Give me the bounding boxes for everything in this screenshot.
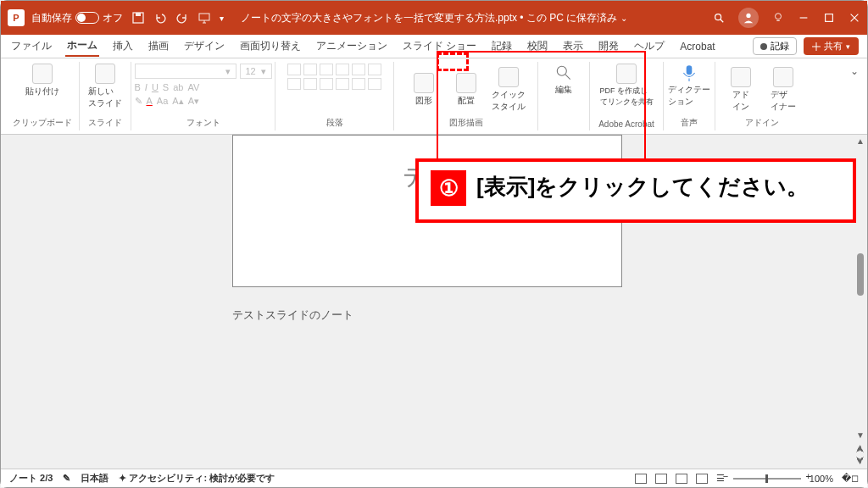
group-acrobat: PDF を作成し てリンクを共有 Adobe Acrobat [590,62,664,130]
new-slide-icon [95,64,115,84]
pdf-create-button[interactable]: PDF を作成し てリンクを共有 [597,64,656,108]
tab-view[interactable]: 表示 [561,36,585,56]
designer-icon [773,67,793,87]
next-slide-icon[interactable]: ⮟ [856,456,865,465]
title-dropdown-icon[interactable]: ⌄ [620,14,627,23]
find-icon [554,64,573,82]
quick-access-toolbar: ▾ [131,11,224,25]
font-family-select[interactable]: ▾ [135,64,236,79]
normal-view-icon[interactable] [635,474,647,484]
font-size-select[interactable]: 12▾ [240,64,272,79]
tab-insert[interactable]: 挿入 [111,36,135,56]
scroll-thumb[interactable] [857,253,864,296]
svg-line-4 [721,19,724,23]
arrange-button[interactable]: 配置 [448,73,485,107]
tab-design[interactable]: デザイン [182,36,226,56]
svg-point-5 [746,14,750,18]
italic-button[interactable]: I [145,82,147,92]
tab-record[interactable]: 記録 [490,36,514,56]
shapes-icon [414,73,434,93]
dictation-button[interactable]: ディクテー ション [670,64,708,108]
callout-text: [表示]をクリックしてください。 [476,170,809,203]
group-editing: 編集 [538,62,590,130]
svg-rect-1 [136,13,141,16]
accessibility-indicator[interactable]: ✦ アクセシビリティ: 検討が必要です [119,472,275,485]
highlight-button[interactable]: ✎ [135,96,142,107]
ribbon: 貼り付け クリップボード 新しい スライド スライド ▾ 12▾ B I U [1,58,867,135]
zoom-level[interactable]: 100% [810,474,833,484]
group-drawing: 図形 配置 クイック スタイル 図形描画 [394,62,538,130]
tab-file[interactable]: ファイル [9,36,53,56]
char-spacing-button[interactable]: AV [187,82,199,92]
group-addins: アド イン デザ イナー アドイン [715,62,809,130]
ribbon-tabs: ファイル ホーム 挿入 描画 デザイン 画面切り替え アニメーション スライド … [1,35,867,58]
toggle-icon [75,12,99,24]
document-title: ノートの文字の大きさやフォントを一括で変更する方法.pptx • この PC に… [241,11,617,25]
search-icon[interactable] [713,12,725,24]
strike-button[interactable]: S [163,82,169,92]
shapes-button[interactable]: 図形 [405,73,442,107]
svg-point-12 [557,66,566,75]
notes-text[interactable]: テストスライドのノート [232,308,622,323]
bold-button[interactable]: B [135,82,141,92]
tab-animations[interactable]: アニメーション [314,36,389,56]
minimize-icon[interactable] [798,12,810,24]
account-avatar[interactable] [738,8,759,28]
undo-icon[interactable] [153,11,167,25]
page-indicator[interactable]: ノート 2/3 [9,472,53,485]
tab-home[interactable]: ホーム [65,36,99,57]
tab-transitions[interactable]: 画面切り替え [238,36,303,56]
tab-help[interactable]: ヘルプ [632,36,666,56]
group-clipboard: 貼り付け クリップボード [6,62,80,130]
editing-button[interactable]: 編集 [545,64,582,96]
tab-developer[interactable]: 開発 [597,36,620,56]
share-icon [812,42,821,51]
lightbulb-icon[interactable] [772,12,784,24]
paste-button[interactable]: 貼り付け [24,64,61,97]
case-button[interactable]: Aa [157,96,168,107]
scroll-down-icon[interactable]: ▼ [856,430,865,440]
slideshow-view-icon[interactable] [696,474,708,484]
sorter-view-icon[interactable] [655,474,667,484]
tab-acrobat[interactable]: Acrobat [678,38,716,55]
svg-point-3 [715,14,721,20]
paragraph-buttons[interactable] [287,64,381,90]
new-slide-button[interactable]: 新しい スライド [86,64,124,109]
prev-slide-icon[interactable]: ⮝ [856,444,865,453]
shrink-font-button[interactable]: A▾ [188,96,199,107]
pdf-icon [616,64,637,84]
maximize-icon[interactable] [823,12,835,24]
tab-draw[interactable]: 描画 [147,36,170,56]
autosave-toggle[interactable]: 自動保存 オフ [31,11,123,25]
addin-icon [731,67,751,87]
language-indicator[interactable]: 日本語 [81,472,108,485]
spell-check-icon[interactable]: ✎ [63,473,70,484]
addin-button[interactable]: アド イン [722,67,760,113]
grow-font-button[interactable]: A▴ [172,96,183,107]
fit-to-window-icon[interactable]: �◻ [842,473,859,484]
svg-rect-9 [826,14,833,22]
share-button[interactable]: 共有▾ [804,37,859,55]
record-button[interactable]: 記録 [753,37,797,55]
scroll-up-icon[interactable]: ▲ [856,136,865,146]
mic-icon [680,64,698,82]
save-icon[interactable] [131,11,145,25]
shadow-button[interactable]: ab [173,82,183,92]
status-bar: ノート 2/3 ✎ 日本語 ✦ アクセシビリティ: 検討が必要です ☰ 100%… [1,469,867,487]
group-voice: ディクテー ション 音声 [664,62,715,130]
group-paragraph: 段落 [275,62,394,130]
font-color-button[interactable]: A [147,96,153,107]
redo-icon[interactable] [175,11,189,25]
svg-line-13 [565,75,570,80]
tab-review[interactable]: 校閲 [526,36,549,56]
zoom-slider[interactable] [733,478,801,480]
close-icon[interactable] [849,12,860,24]
ribbon-collapse-icon[interactable]: ⌄ [850,65,859,77]
reading-view-icon[interactable] [676,474,687,484]
underline-button[interactable]: U [152,82,159,92]
present-icon[interactable] [198,11,211,25]
qat-dropdown-icon[interactable]: ▾ [220,14,224,23]
designer-button[interactable]: デザ イナー [765,67,802,113]
annotation-callout: ① [表示]をクリックしてください。 [415,158,856,223]
quick-style-button[interactable]: クイック スタイル [490,67,527,113]
